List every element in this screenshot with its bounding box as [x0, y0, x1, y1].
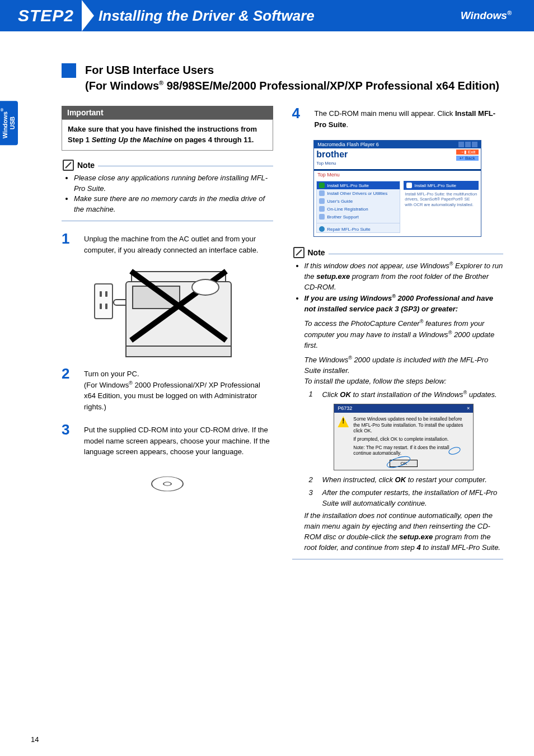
- step-label: STEP2: [0, 0, 84, 31]
- top-menu-label: Top Menu: [317, 172, 481, 178]
- install-description: Install MFL-Pro Suite: the multifunction…: [404, 190, 479, 208]
- cd-icon: [151, 477, 184, 492]
- screenshot-dialog: P6732× ! Some Windows updates need to be…: [334, 404, 474, 470]
- step-number-1: 1: [62, 231, 73, 246]
- step-number-4: 4: [292, 106, 303, 120]
- menu-item-install-mfl[interactable]: Install MFL-Pro Suite: [317, 181, 400, 189]
- rule: [329, 254, 503, 254]
- brand-logo: brother: [316, 150, 348, 160]
- note-label: Note: [77, 161, 95, 170]
- section-heading: For USB Interface Users (For Windows® 98…: [85, 62, 499, 94]
- step-4-text: The CD-ROM main menu will appear. Click …: [315, 106, 504, 130]
- menu-item-users-guide[interactable]: User's Guide: [317, 197, 400, 205]
- important-heading: Important: [62, 106, 273, 119]
- step-1-text: Unplug the machine from the AC outlet an…: [84, 231, 273, 255]
- dialog-title: P6732: [338, 405, 352, 412]
- menu-item-online-reg[interactable]: On-Line Registration: [317, 205, 400, 213]
- figure-cd: [62, 463, 273, 500]
- step-2-text: Turn on your PC. (For Windows® 2000 Prof…: [84, 366, 273, 412]
- header-os: Windows®: [461, 10, 512, 22]
- back-button[interactable]: ↩Back: [456, 156, 479, 161]
- side-tab: Windows®USB: [0, 101, 18, 145]
- dialog-text: Some Windows updates need to be installe…: [353, 416, 470, 456]
- section-bullet-icon: [62, 63, 76, 78]
- exit-button[interactable]: →▮Exit: [456, 150, 479, 155]
- menu-item-brother-support[interactable]: Brother Support: [317, 213, 400, 221]
- note-label: Note: [308, 248, 325, 257]
- note-icon: [63, 160, 74, 171]
- menu-item-repair[interactable]: Repair MFL-Pro Suite: [317, 226, 400, 232]
- menu-item-other-drivers[interactable]: Install Other Drivers or Utilities: [317, 189, 400, 197]
- page-title: Installing the Driver & Software: [99, 7, 461, 25]
- x-mark-icon: [125, 261, 232, 351]
- note-icon: [293, 247, 305, 258]
- note-2-body: If this window does not appear, use Wind…: [292, 260, 504, 553]
- install-button[interactable]: Install MFL-Pro Suite: [404, 181, 479, 190]
- topmenu-tab: Top Menu: [316, 161, 348, 166]
- step-number-3: 3: [62, 422, 73, 437]
- step-number-2: 2: [62, 366, 73, 381]
- close-icon[interactable]: ×: [467, 405, 470, 412]
- page-number: 14: [31, 735, 39, 744]
- rule: [292, 559, 504, 559]
- note-body: Please close any applications running be…: [62, 173, 273, 215]
- header-bar: STEP2 Installing the Driver & Software W…: [0, 0, 534, 31]
- important-body: Make sure that you have finished the ins…: [62, 119, 273, 151]
- header-chevron-icon: [82, 0, 94, 31]
- window-buttons: [458, 142, 477, 147]
- warning-icon: !: [338, 416, 349, 427]
- figure-unplug-printer: [62, 261, 273, 356]
- screenshot-main-menu: Macromedia Flash Player 6 brother Top Me…: [313, 140, 481, 237]
- step-3-text: Put the supplied CD-ROM into your CD-ROM…: [84, 422, 273, 458]
- scr-window-title: Macromedia Flash Player 6: [317, 142, 379, 147]
- rule: [62, 221, 273, 221]
- menu-list: Install MFL-Pro Suite Install Other Driv…: [316, 181, 400, 233]
- rule: [98, 166, 273, 166]
